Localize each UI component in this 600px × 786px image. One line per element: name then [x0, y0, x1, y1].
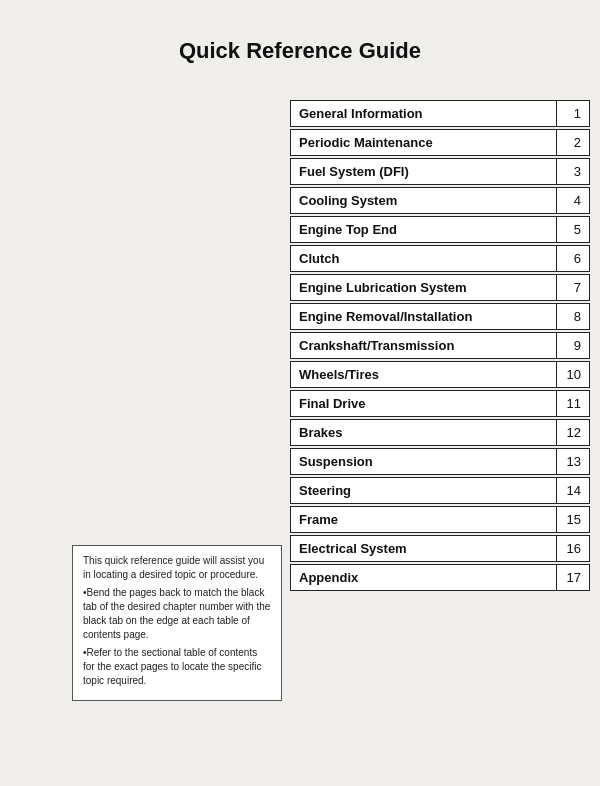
toc-row: Final Drive11 [290, 390, 590, 417]
toc-container: General Information1Periodic Maintenance… [290, 100, 590, 593]
toc-row: Brakes12 [290, 419, 590, 446]
toc-item-label: Final Drive [291, 391, 557, 416]
toc-item-number: 3 [557, 159, 589, 184]
page-title: Quick Reference Guide [0, 0, 600, 84]
toc-item-number: 11 [557, 391, 589, 416]
toc-row: Frame15 [290, 506, 590, 533]
toc-row: Wheels/Tires10 [290, 361, 590, 388]
toc-item-number: 8 [557, 304, 589, 329]
toc-item-number: 9 [557, 333, 589, 358]
toc-row: Cooling System4 [290, 187, 590, 214]
toc-item-label: Engine Top End [291, 217, 557, 242]
toc-item-label: General Information [291, 101, 557, 126]
toc-item-label: Engine Lubrication System [291, 275, 557, 300]
toc-item-label: Steering [291, 478, 557, 503]
toc-item-label: Frame [291, 507, 557, 532]
toc-item-number: 5 [557, 217, 589, 242]
toc-item-number: 10 [557, 362, 589, 387]
note-line3: •Refer to the sectional table of content… [83, 646, 271, 688]
note-line2: •Bend the pages back to match the black … [83, 586, 271, 642]
toc-item-label: Fuel System (DFI) [291, 159, 557, 184]
toc-row: Suspension13 [290, 448, 590, 475]
toc-item-label: Suspension [291, 449, 557, 474]
toc-item-number: 7 [557, 275, 589, 300]
toc-row: Electrical System16 [290, 535, 590, 562]
toc-row: Steering14 [290, 477, 590, 504]
toc-row: Appendix17 [290, 564, 590, 591]
toc-item-label: Wheels/Tires [291, 362, 557, 387]
toc-item-number: 14 [557, 478, 589, 503]
toc-item-label: Engine Removal/Installation [291, 304, 557, 329]
note-box: This quick reference guide will assist y… [72, 545, 282, 701]
toc-row: Clutch6 [290, 245, 590, 272]
note-line1: This quick reference guide will assist y… [83, 554, 271, 582]
toc-item-number: 2 [557, 130, 589, 155]
toc-row: General Information1 [290, 100, 590, 127]
toc-item-label: Appendix [291, 565, 557, 590]
toc-item-label: Brakes [291, 420, 557, 445]
toc-item-number: 15 [557, 507, 589, 532]
toc-item-number: 17 [557, 565, 589, 590]
toc-row: Engine Lubrication System7 [290, 274, 590, 301]
toc-item-label: Crankshaft/Transmission [291, 333, 557, 358]
toc-row: Engine Removal/Installation8 [290, 303, 590, 330]
toc-item-number: 1 [557, 101, 589, 126]
toc-item-number: 4 [557, 188, 589, 213]
toc-item-number: 13 [557, 449, 589, 474]
toc-item-number: 16 [557, 536, 589, 561]
toc-row: Engine Top End5 [290, 216, 590, 243]
toc-item-label: Periodic Maintenance [291, 130, 557, 155]
toc-item-label: Electrical System [291, 536, 557, 561]
toc-row: Periodic Maintenance2 [290, 129, 590, 156]
toc-item-number: 6 [557, 246, 589, 271]
toc-item-number: 12 [557, 420, 589, 445]
toc-row: Fuel System (DFI)3 [290, 158, 590, 185]
toc-item-label: Clutch [291, 246, 557, 271]
toc-item-label: Cooling System [291, 188, 557, 213]
toc-row: Crankshaft/Transmission9 [290, 332, 590, 359]
